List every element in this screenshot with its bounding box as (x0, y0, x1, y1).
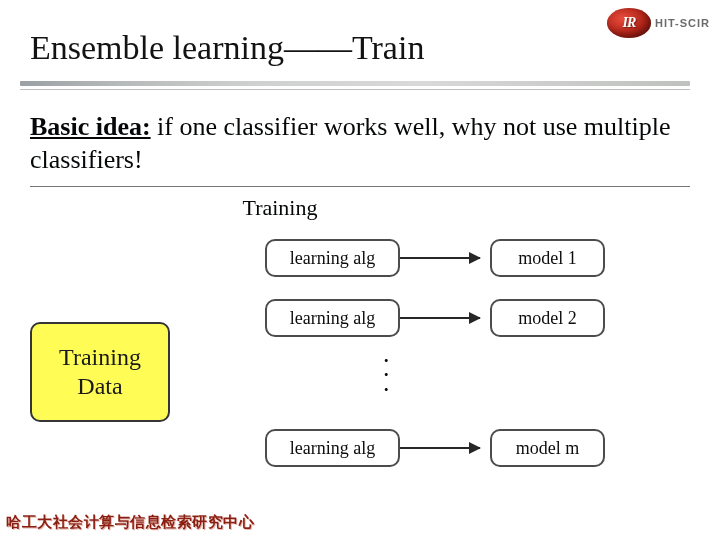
training-data-label: Training Data (59, 343, 141, 401)
learning-alg-box-2: learning alg (265, 299, 400, 337)
footer-organization: 哈工大社会计算与信息检索研究中心 (6, 513, 254, 532)
brand-logo: IR HIT-SCIR (607, 8, 710, 38)
brand-logo-label: HIT-SCIR (655, 17, 710, 29)
learning-alg-box-1: learning alg (265, 239, 400, 277)
section-label: Training (0, 195, 720, 221)
idea-divider (30, 186, 690, 187)
arrow-icon (400, 447, 480, 449)
arrow-icon (400, 317, 480, 319)
training-diagram: Training Data learning alg model 1 learn… (30, 227, 690, 487)
brand-logo-mark-text: IR (623, 15, 636, 31)
model-box-1: model 1 (490, 239, 605, 277)
vertical-ellipsis-icon: ... (383, 347, 390, 390)
basic-idea-lead: Basic idea: (30, 112, 151, 141)
basic-idea-text: Basic idea: if one classifier works well… (0, 91, 720, 182)
title-divider (20, 81, 690, 91)
brand-logo-mark: IR (607, 8, 651, 38)
model-box-2: model 2 (490, 299, 605, 337)
arrow-icon (400, 257, 480, 259)
model-box-m: model m (490, 429, 605, 467)
learning-alg-box-m: learning alg (265, 429, 400, 467)
training-data-box: Training Data (30, 322, 170, 422)
slide-title: Ensemble learning——Train (30, 28, 690, 67)
